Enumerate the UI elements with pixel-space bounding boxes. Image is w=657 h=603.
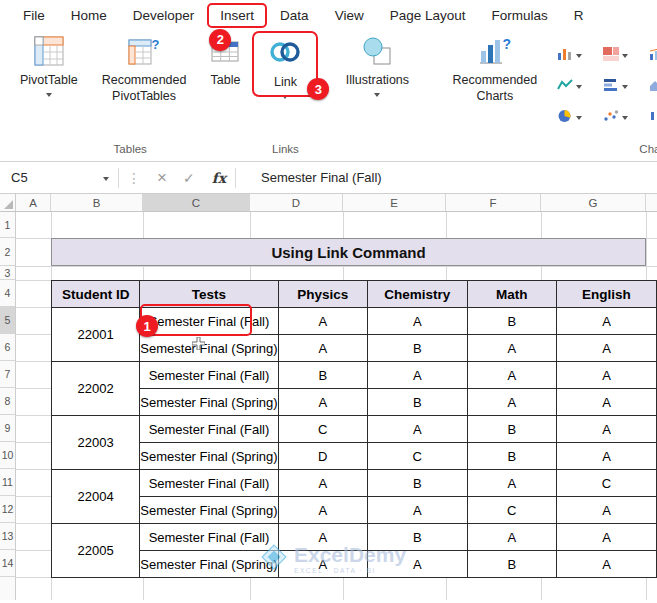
- grade-cell[interactable]: A: [278, 389, 367, 416]
- link-button[interactable]: Link 3: [256, 30, 314, 101]
- grade-cell[interactable]: C: [367, 443, 467, 470]
- sheet-title-cell[interactable]: Using Link Command: [51, 238, 646, 266]
- row-header-6[interactable]: 6: [0, 334, 15, 361]
- grade-cell[interactable]: A: [556, 308, 656, 335]
- column-header-c[interactable]: C: [143, 194, 250, 211]
- recommended-pivottables-button[interactable]: ? Recommended PivotTables: [90, 30, 199, 107]
- test-cell[interactable]: Semester Final (Fall): [140, 470, 278, 497]
- combo-chart-button[interactable]: [649, 42, 657, 68]
- grade-cell[interactable]: A: [556, 362, 656, 389]
- grade-cell[interactable]: B: [467, 443, 556, 470]
- map-chart-button[interactable]: [603, 42, 643, 68]
- grade-cell[interactable]: B: [467, 551, 556, 578]
- grade-cell[interactable]: B: [278, 362, 367, 389]
- grade-cell[interactable]: A: [278, 497, 367, 524]
- grade-cell[interactable]: B: [367, 389, 467, 416]
- grade-cell[interactable]: A: [467, 524, 556, 551]
- area-chart-button[interactable]: [649, 73, 657, 99]
- column-header-a[interactable]: A: [16, 194, 51, 211]
- grade-cell[interactable]: A: [367, 416, 467, 443]
- formula-input[interactable]: Semester Final (Fall): [261, 170, 382, 185]
- enter-icon[interactable]: ✓: [175, 170, 203, 186]
- row-header-5[interactable]: 5: [0, 307, 15, 334]
- insert-function-icon[interactable]: fx: [203, 170, 235, 186]
- grade-cell[interactable]: A: [556, 335, 656, 362]
- grade-cell[interactable]: B: [367, 524, 467, 551]
- line-chart-button[interactable]: [557, 73, 597, 99]
- header-cell[interactable]: Student ID: [52, 281, 140, 308]
- column-header-clipped[interactable]: [646, 194, 657, 211]
- row-header-4[interactable]: 4: [0, 280, 15, 307]
- scatter-chart-button[interactable]: [603, 104, 643, 130]
- row-header-9[interactable]: 9: [0, 415, 15, 442]
- column-chart-button[interactable]: [557, 42, 597, 68]
- grade-cell[interactable]: A: [556, 524, 656, 551]
- grade-cell[interactable]: A: [278, 551, 367, 578]
- grade-cell[interactable]: B: [367, 335, 467, 362]
- chevron-down-icon[interactable]: [374, 93, 380, 97]
- tab-data[interactable]: Data: [267, 3, 322, 28]
- selected-cell-c5[interactable]: Semester Final (Fall): [140, 308, 278, 335]
- row-header-1[interactable]: 1: [0, 212, 15, 238]
- tab-file[interactable]: File: [10, 3, 58, 28]
- test-cell[interactable]: Semester Final (Fall): [140, 362, 278, 389]
- test-cell[interactable]: Semester Final (Spring): [140, 497, 278, 524]
- row-header-2[interactable]: 2: [0, 238, 15, 266]
- grade-cell[interactable]: C: [467, 497, 556, 524]
- column-header-g[interactable]: G: [541, 194, 646, 211]
- grade-cell[interactable]: B: [467, 416, 556, 443]
- grade-cell[interactable]: C: [556, 470, 656, 497]
- student-id-cell[interactable]: 22003: [52, 416, 140, 470]
- column-header-b[interactable]: B: [51, 194, 143, 211]
- grade-cell[interactable]: A: [367, 551, 467, 578]
- header-cell[interactable]: Math: [467, 281, 556, 308]
- column-header-e[interactable]: E: [343, 194, 446, 211]
- grade-cell[interactable]: A: [278, 470, 367, 497]
- grade-cell[interactable]: A: [556, 497, 656, 524]
- row-header-14[interactable]: 14: [0, 550, 15, 577]
- column-header-d[interactable]: D: [250, 194, 343, 211]
- select-all-corner[interactable]: [0, 194, 16, 211]
- header-cell[interactable]: Physics: [278, 281, 367, 308]
- cells-area[interactable]: Using Link Command Student ID Tests Phys…: [16, 212, 657, 600]
- row-header-13[interactable]: 13: [0, 523, 15, 550]
- test-cell[interactable]: Semester Final (Spring): [140, 389, 278, 416]
- header-cell[interactable]: Chemistry: [367, 281, 467, 308]
- tab-page-layout[interactable]: Page Layout: [377, 3, 479, 28]
- tab-review-clipped[interactable]: R: [561, 3, 597, 28]
- tab-insert[interactable]: Insert 2: [207, 3, 267, 28]
- student-id-cell[interactable]: 22004: [52, 470, 140, 524]
- tab-view[interactable]: View: [322, 3, 377, 28]
- row-header-3[interactable]: 3: [0, 266, 15, 280]
- grade-cell[interactable]: A: [278, 308, 367, 335]
- grade-cell[interactable]: B: [367, 470, 467, 497]
- column-header-f[interactable]: F: [446, 194, 541, 211]
- grade-cell[interactable]: A: [367, 497, 467, 524]
- row-header-11[interactable]: 11: [0, 469, 15, 496]
- illustrations-button[interactable]: Illustrations: [334, 30, 421, 99]
- grade-cell[interactable]: A: [467, 335, 556, 362]
- header-cell[interactable]: Tests: [140, 281, 278, 308]
- grade-cell[interactable]: A: [278, 524, 367, 551]
- cancel-icon[interactable]: ×: [149, 169, 175, 186]
- grade-cell[interactable]: A: [556, 416, 656, 443]
- stock-chart-button[interactable]: [649, 104, 657, 130]
- grade-cell[interactable]: A: [467, 362, 556, 389]
- row-header-8[interactable]: 8: [0, 388, 15, 415]
- grade-cell[interactable]: A: [467, 389, 556, 416]
- name-box[interactable]: C5: [0, 162, 118, 193]
- header-cell[interactable]: English: [556, 281, 656, 308]
- tab-developer[interactable]: Developer: [120, 3, 208, 28]
- recommended-charts-button[interactable]: ? Recommended Charts: [440, 30, 549, 107]
- grade-cell[interactable]: A: [556, 389, 656, 416]
- student-id-cell[interactable]: 22002: [52, 362, 140, 416]
- grade-cell[interactable]: A: [467, 470, 556, 497]
- test-cell[interactable]: Semester Final (Spring): [140, 551, 278, 578]
- row-header-10[interactable]: 10: [0, 442, 15, 469]
- test-cell[interactable]: Semester Final (Spring): [140, 335, 278, 362]
- grade-cell[interactable]: C: [278, 416, 367, 443]
- grade-cell[interactable]: A: [556, 443, 656, 470]
- grade-cell[interactable]: B: [467, 308, 556, 335]
- row-header-7[interactable]: 7: [0, 361, 15, 388]
- bar-chart-button[interactable]: [603, 73, 643, 99]
